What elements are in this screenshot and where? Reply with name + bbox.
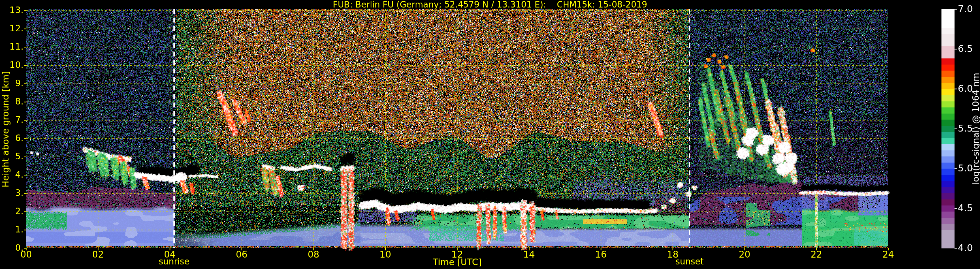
y-tick-label: 4.	[0, 169, 24, 180]
y-tick-label: 11.	[0, 41, 24, 52]
x-tick-label: 16	[586, 249, 616, 260]
x-tick-label: 10	[371, 249, 400, 260]
colorbar-tick-label: 4.0	[958, 242, 980, 253]
x-tick-label: 08	[299, 249, 328, 260]
x-tick-label: 20	[730, 249, 759, 260]
ceilometer-quicklook-figure: FUB: Berlin FU (Germany; 52.4579 N / 13.…	[0, 0, 980, 269]
y-tick-label: 6.	[0, 133, 24, 143]
x-tick-label: 00	[11, 249, 41, 260]
y-tick-label: 2.	[0, 206, 24, 216]
x-tick-label: 22	[802, 249, 831, 260]
colorbar-tick-label: 6.5	[958, 43, 980, 54]
y-tick-label: 13.	[0, 5, 24, 15]
x-tick-label: 12	[442, 249, 472, 260]
x-tick-label: 06	[227, 249, 256, 260]
x-tick-label: 02	[83, 249, 113, 260]
y-tick-label: 7.	[0, 115, 24, 125]
y-tick-label: 9.	[0, 78, 24, 88]
y-tick-label: 3.	[0, 188, 24, 198]
x-tick-label: 14	[514, 249, 544, 260]
y-tick-label: 12.	[0, 23, 24, 33]
colorbar-tick-label: 7.0	[958, 3, 980, 14]
plot-title: FUB: Berlin FU (Germany; 52.4579 N / 13.…	[0, 0, 980, 10]
colorbar-tick-label: 6.0	[958, 83, 980, 94]
colorbar-tick-label: 4.5	[958, 202, 980, 213]
y-tick-label: 5.	[0, 151, 24, 161]
heatmap-canvas	[0, 0, 980, 269]
x-tick-label: 18	[658, 249, 687, 260]
y-tick-label: 10.	[0, 60, 24, 70]
x-tick-label: 24	[873, 249, 903, 260]
colorbar-tick-label: 5.0	[958, 162, 980, 173]
colorbar-tick-label: 5.5	[958, 123, 980, 134]
y-tick-label: 1.	[0, 224, 24, 234]
y-tick-label: 8.	[0, 96, 24, 107]
x-tick-label: 04	[155, 249, 185, 260]
